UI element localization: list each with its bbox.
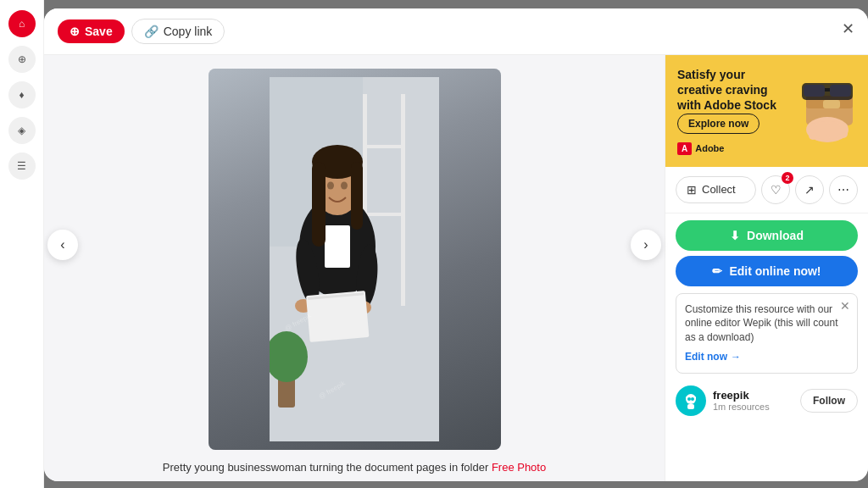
svg-rect-34 <box>829 121 837 140</box>
like-badge: 2 <box>782 172 793 184</box>
author-info: freepik 1m resources <box>713 389 793 412</box>
ad-explore-button[interactable]: Explore now <box>677 114 760 134</box>
arrow-icon: → <box>731 350 741 364</box>
sidebar-item-3[interactable]: ☰ <box>8 152 36 180</box>
more-button[interactable]: ⋯ <box>829 175 858 204</box>
collect-icon: ⊞ <box>687 183 697 197</box>
edit-now-link[interactable]: Edit now → <box>685 350 849 364</box>
author-avatar <box>676 385 706 416</box>
modal-container: ✕ ⊕ Save 🔗 Copy link <box>44 8 868 481</box>
svg-rect-29 <box>830 85 851 97</box>
svg-point-39 <box>691 397 694 401</box>
nav-arrow-right[interactable]: › <box>631 230 661 260</box>
svg-rect-30 <box>825 88 830 92</box>
sidebar-item-2[interactable]: ◈ <box>8 117 36 144</box>
ad-banner: Satisfy your creative craving with Adobe… <box>665 55 868 167</box>
author-meta: 1m resources <box>713 402 793 412</box>
right-arrow-icon: › <box>643 237 648 252</box>
svg-rect-37 <box>687 404 694 409</box>
close-button[interactable]: ✕ <box>834 15 861 42</box>
caption-link[interactable]: Free Photo <box>492 461 546 474</box>
collect-button[interactable]: ⊞ Collect <box>676 176 756 203</box>
svg-rect-41 <box>694 396 696 399</box>
share-icon: ↗ <box>804 183 815 197</box>
svg-rect-11 <box>351 162 363 230</box>
sidebar-search[interactable]: ⊕ <box>8 46 36 73</box>
sidebar-item-1[interactable]: ♦ <box>8 81 36 108</box>
left-sidebar: ⌂ ⊕ ♦ ◈ ☰ <box>0 0 44 488</box>
svg-rect-28 <box>804 85 825 97</box>
caption-text: Pretty young businesswoman turning the d… <box>163 461 488 474</box>
wepik-tooltip: ✕ Customize this resource with our onlin… <box>676 293 858 374</box>
download-icon: ⬇ <box>730 229 740 242</box>
svg-rect-33 <box>819 121 827 140</box>
adobe-text: Adobe <box>695 143 724 153</box>
ad-illustration <box>793 62 861 130</box>
sidebar-home[interactable]: ⌂ <box>8 10 36 37</box>
link-icon: 🔗 <box>144 25 159 38</box>
author-row: freepik 1m resources Follow <box>665 377 868 424</box>
svg-rect-35 <box>839 123 848 138</box>
download-label: Download <box>747 229 804 242</box>
right-panel: Satisfy your creative craving with Adobe… <box>665 55 868 481</box>
ad-title: Satisfy your creative craving with Adobe… <box>677 67 787 114</box>
heart-icon: ♡ <box>771 183 782 197</box>
like-button[interactable]: ♡ 2 <box>761 175 790 204</box>
modal-content: @ freepik @ freepik Pretty young busines… <box>44 55 868 481</box>
pinterest-icon: ⊕ <box>70 25 80 38</box>
copy-link-label: Copy link <box>164 25 213 38</box>
share-button[interactable]: ↗ <box>795 175 824 204</box>
svg-rect-4 <box>363 213 405 216</box>
edit-online-button[interactable]: ✏ Edit online now! <box>676 256 858 286</box>
person-illustration: @ freepik @ freepik <box>270 77 439 441</box>
image-area: @ freepik @ freepik Pretty young busines… <box>44 55 665 481</box>
svg-rect-26 <box>823 100 840 108</box>
image-caption: Pretty young businesswoman turning the d… <box>163 460 546 475</box>
adobe-logo-box: A <box>677 142 692 155</box>
modal-overlay: ✕ ⊕ Save 🔗 Copy link <box>44 0 868 488</box>
copy-link-button[interactable]: 🔗 Copy link <box>131 19 225 44</box>
nav-arrow-left[interactable]: ‹ <box>47 230 78 260</box>
tooltip-text: Customize this resource with our online … <box>685 303 838 344</box>
svg-rect-40 <box>686 396 687 399</box>
edit-label: Edit online now! <box>729 264 821 278</box>
follow-button[interactable]: Follow <box>800 389 858 413</box>
toolbar: ⊕ Save 🔗 Copy link <box>44 8 868 55</box>
svg-rect-7 <box>325 225 350 268</box>
more-icon: ⋯ <box>837 183 849 197</box>
edit-icon: ✏ <box>712 264 722 278</box>
svg-rect-10 <box>312 162 326 247</box>
svg-point-18 <box>327 182 334 190</box>
svg-point-19 <box>341 182 348 190</box>
svg-point-38 <box>687 397 691 401</box>
main-image-inner: @ freepik @ freepik <box>209 69 501 450</box>
download-button[interactable]: ⬇ Download <box>676 220 858 251</box>
tooltip-close-button[interactable]: ✕ <box>840 299 850 313</box>
svg-rect-32 <box>809 123 817 140</box>
author-name: freepik <box>713 389 793 402</box>
action-row: ⊞ Collect ♡ 2 ↗ ⋯ <box>665 167 868 214</box>
left-arrow-icon: ‹ <box>60 237 64 252</box>
main-image: @ freepik @ freepik <box>209 69 501 450</box>
svg-rect-3 <box>363 145 405 148</box>
save-label: Save <box>85 25 113 38</box>
svg-rect-2 <box>401 94 405 306</box>
edit-now-label: Edit now <box>685 350 727 364</box>
collect-label: Collect <box>702 183 736 196</box>
save-button[interactable]: ⊕ Save <box>58 19 125 43</box>
